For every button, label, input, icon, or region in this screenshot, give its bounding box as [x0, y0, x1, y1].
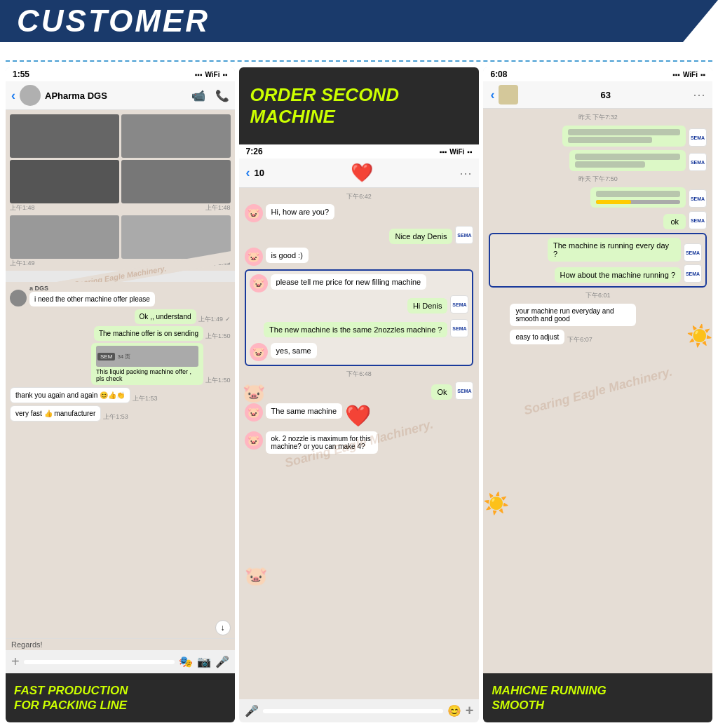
regards-text: Regards! [11, 640, 43, 649]
bubble-ok-r: ok [663, 214, 686, 229]
back-icon[interactable]: ‹ [11, 88, 15, 103]
sema-logo-1: SEMA [455, 226, 473, 244]
left-status-bar: 1:55 ▪▪▪ WiFi ▪▪ [6, 67, 235, 81]
header-banner: CUSTOMER [0, 0, 683, 42]
bubble-the-same: The same machine [266, 403, 343, 419]
mid-chat-body: 下午6:42 🐷 Hi, how are you? Nice day Denis… [239, 188, 480, 699]
mid-contact-num: 10 [255, 168, 264, 178]
left-chat-footer-text: Regards! [6, 638, 235, 650]
mid-highlighted-group: 🐷 please tell me price for new filling m… [245, 269, 474, 366]
left-status-icons: ▪▪▪ WiFi ▪▪ [195, 71, 228, 79]
right-wifi-icon: WiFi [683, 71, 698, 79]
bubble-2nozzle: ok. 2 nozzle is maximum for this machine… [266, 431, 378, 454]
img-cell-3 [10, 160, 119, 203]
header-title: CUSTOMER [17, 4, 210, 39]
right-highlighted-box: The machine is running every day ? SEMA … [489, 233, 707, 288]
sema-logo-r3: SEMA [689, 189, 707, 208]
order-banner: ORDER SECOND MACHINE [239, 67, 480, 144]
bubble-white: i need the other machine offer please [29, 292, 155, 306]
mid-chat-header: ‹ 10 ❤️ ⋯ [239, 159, 480, 188]
mid-msg-same-machine: 🐷 The same machine ❤️ [245, 403, 474, 428]
wifi-icon: WiFi [205, 71, 219, 79]
mic-icon-left[interactable]: 🎤 [215, 655, 229, 668]
bubble-w2: very fast 👍 manufacturer [10, 405, 101, 422]
sema-logo-4: SEMA [455, 382, 473, 400]
scroll-down-btn[interactable]: ↓ [215, 620, 231, 635]
right-bottom-label: MAHICNE RUNNING SMOOTH [483, 673, 712, 722]
signal-icon: ▪▪▪ [195, 71, 203, 79]
add-icon[interactable]: + [11, 654, 20, 670]
sun-emoji-1: ☀️ [686, 323, 712, 348]
bubble-nice: Nice day Denis [389, 229, 452, 244]
bubble-running-2: How about the machine running ? [555, 267, 682, 283]
sema-logo-r6: SEMA [684, 264, 702, 283]
sema-logo-r5: SEMA [684, 243, 702, 262]
mic-icon-mid[interactable]: 🎤 [245, 704, 259, 717]
img-cell-2 [121, 114, 231, 158]
right-battery-icon: ▪▪ [700, 71, 705, 79]
left-chat-header: ‹ APharma DGS 📹 📞 [6, 81, 235, 110]
bubble-g2: The machine offer is on sending [94, 326, 203, 341]
msg-row-l1: thank you again and again 😊👍👏 上午1:53 [10, 387, 231, 403]
emoji-pig-2: 🐷 [245, 565, 267, 587]
bubble-reply-1: your machine run everyday and smooth and… [510, 304, 636, 326]
image-grid [6, 110, 235, 203]
left-input-bar: + 🎭 📷 🎤 [6, 650, 235, 673]
right-contact-num: 63 [601, 90, 611, 100]
bubble-good: is good :) [266, 248, 309, 263]
battery-icon: ▪▪ [222, 71, 227, 79]
right-chat-body: Soaring Eagle Machinery. 昨天 下午7:32 SEMA … [483, 109, 712, 673]
bubble-hi: Hi, how are you? [266, 204, 335, 220]
emoji-pig-1: 🐷 [243, 382, 265, 404]
left-chat-body: a DGS i need the other machine offer ple… [6, 282, 235, 638]
right-msg-ok: ok SEMA [489, 211, 707, 229]
bubble-w1: thank you again and again 😊👍👏 [10, 387, 130, 403]
mid-input-bar: 🎤 😊 + [239, 699, 480, 722]
right-msg-blurred-1: SEMA [489, 126, 707, 147]
msg-row-r1: Ok ,, understand 上午1:49 ✓ [10, 309, 231, 324]
bubble-yes-same: yes, same [271, 343, 317, 358]
right-msg-blurred-2: SEMA [489, 150, 707, 171]
sticker-icon[interactable]: 🎭 [179, 655, 193, 668]
middle-panel: ORDER SECOND MACHINE 7:26 ▪▪▪ WiFi ▪▪ ‹ … [239, 67, 480, 722]
video-call-icon[interactable]: 📹 [191, 89, 205, 102]
camera-icon-left[interactable]: 📷 [197, 655, 211, 668]
img-cell-1 [10, 114, 119, 158]
right-status-bar: 6:08 ▪▪▪ WiFi ▪▪ [483, 67, 712, 81]
add-icon-mid[interactable]: + [466, 703, 474, 719]
right-reply-1: your machine run everyday and smooth and… [510, 304, 707, 326]
msg-row-r2: The machine offer is on sending 上午1:50 [10, 326, 231, 341]
contact-name: APharma DGS [45, 90, 107, 101]
mid-msg-1: 🐷 Hi, how are you? [245, 204, 474, 222]
divider [6, 42, 712, 62]
mid-msg-3: 🐷 is good :) [245, 248, 474, 266]
sema-logo-r4: SEMA [689, 211, 707, 229]
mid-msg-2nozzle: 🐷 ok. 2 nozzle is maximum for this machi… [245, 431, 474, 454]
img-cell-5 [10, 215, 119, 259]
sema-logo-2: SEMA [450, 295, 468, 314]
right-chat-header: ‹ 63 ⋯ [483, 81, 712, 109]
sema-logo-3: SEMA [450, 319, 468, 337]
bubble-ok: Ok [431, 384, 452, 400]
right-time: 6:08 [490, 69, 507, 79]
right-reply-2: easy to adjust 下午6:07 [510, 330, 707, 344]
mid-msg-ok: Ok SEMA [245, 382, 474, 400]
msg-row-l2: very fast 👍 manufacturer 上午1:53 [10, 405, 231, 422]
mid-avatar-1: 🐷 [245, 204, 263, 222]
phone-call-icon[interactable]: 📞 [215, 89, 229, 102]
mid-more-icon[interactable]: ⋯ [459, 166, 472, 181]
right-more-icon[interactable]: ⋯ [693, 87, 705, 102]
mid-back-icon[interactable]: ‹ [246, 166, 250, 180]
mid-status-bar: 7:26 ▪▪▪ WiFi ▪▪ [239, 144, 480, 159]
bubble-price-msg: please tell me price for new filling mac… [271, 274, 427, 290]
msg-row: a DGS i need the other machine offer ple… [10, 285, 231, 306]
right-msg-progress: SEMA [489, 187, 707, 208]
left-time: 1:55 [13, 69, 29, 79]
img-cell-4 [121, 160, 231, 203]
right-watermark: Soaring Eagle Machinery. [522, 364, 674, 418]
contact-avatar [20, 85, 41, 106]
sema-logo-r2: SEMA [689, 153, 707, 171]
left-chat-panel: 1:55 ▪▪▪ WiFi ▪▪ ‹ APharma DGS 📹 📞 [6, 67, 235, 722]
emoji-icon-mid[interactable]: 😊 [447, 704, 461, 717]
right-back-icon[interactable]: ‹ [490, 88, 494, 102]
